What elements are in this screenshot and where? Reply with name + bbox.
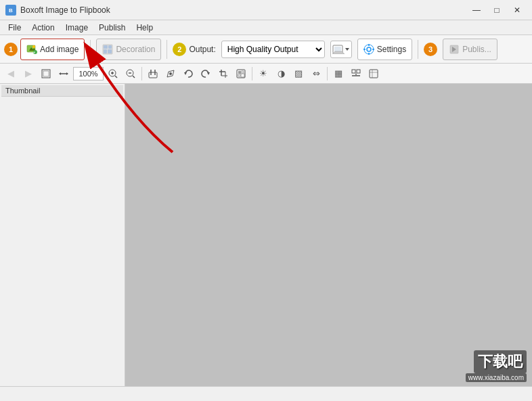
step3-group: 3 Publis... (424, 39, 497, 60)
svg-rect-56 (370, 70, 378, 78)
svg-marker-41 (184, 72, 187, 75)
scan-icon (236, 69, 246, 78)
publish-button[interactable]: Publis... (443, 39, 497, 60)
svg-rect-10 (104, 49, 107, 53)
maximize-button[interactable]: □ (487, 3, 506, 18)
settings-icon (363, 44, 374, 55)
prev-button[interactable]: ◀ (3, 66, 19, 82)
svg-marker-28 (66, 72, 68, 75)
canvas-area (125, 84, 532, 386)
edit2-button[interactable] (162, 66, 179, 82)
menu-help[interactable]: Help (131, 20, 158, 34)
step2-badge: 2 (173, 43, 186, 56)
close-button[interactable]: ✕ (508, 3, 527, 18)
step2-group: 2 Output: High Quality Output Medium Qua… (173, 41, 351, 58)
title-bar: B Boxoft Image to Flipbook — □ ✕ (0, 0, 532, 20)
svg-rect-25 (43, 71, 49, 76)
secondary-toolbar: ◀ ▶ 100% (0, 64, 532, 84)
rotate-left-icon (183, 69, 193, 78)
menu-publish[interactable]: Publish (93, 20, 131, 34)
menu-file[interactable]: File (3, 20, 26, 34)
minimize-button[interactable]: — (467, 3, 486, 18)
svg-point-40 (169, 72, 172, 75)
separator3 (418, 40, 418, 59)
flip-button[interactable]: ⇔ (308, 66, 324, 82)
svg-rect-36 (149, 72, 157, 78)
chart-button[interactable]: ▦ (330, 66, 347, 82)
separator2 (167, 40, 167, 59)
step3-badge: 3 (424, 43, 437, 56)
svg-rect-49 (242, 71, 244, 73)
svg-marker-15 (345, 48, 349, 51)
rotate-left-button[interactable] (180, 66, 196, 82)
crop-button[interactable] (215, 66, 231, 82)
extra-icon (369, 69, 378, 78)
next-button[interactable]: ▶ (20, 66, 37, 82)
svg-marker-27 (59, 72, 61, 75)
decoration-button[interactable]: Decoration (96, 39, 161, 60)
menu-image[interactable]: Image (60, 20, 93, 34)
settings-button[interactable]: Settings (357, 39, 412, 60)
menu-bar: File Action Image Publish Help (0, 20, 532, 35)
settings-label: Settings (377, 45, 406, 54)
fit-page-icon (41, 69, 51, 78)
svg-text:+: + (33, 50, 35, 54)
publish-label: Publis... (462, 45, 491, 54)
status-bar (0, 386, 532, 401)
svg-rect-19 (368, 53, 370, 55)
output-quality-select[interactable]: High Quality Output Medium Quality Outpu… (221, 41, 325, 58)
add-image-button[interactable]: + Add image (20, 39, 85, 60)
thumbnail-header: Thumbnail (1, 85, 123, 97)
menu-action[interactable]: Action (26, 20, 60, 34)
zoom-in-button[interactable] (105, 66, 121, 82)
fit-page-button[interactable] (38, 66, 54, 82)
extra-button[interactable] (365, 66, 382, 82)
fit-width-button[interactable] (56, 66, 72, 82)
svg-rect-11 (108, 49, 112, 53)
separator1 (90, 40, 91, 59)
add-image-icon: + (26, 44, 37, 55)
brightness-button[interactable]: ☀ (255, 66, 271, 82)
title-bar-left: B Boxoft Image to Flipbook (5, 5, 110, 16)
filter-button[interactable]: ▨ (290, 66, 307, 82)
fit-width-icon (59, 69, 68, 78)
svg-rect-51 (241, 74, 244, 77)
zoom-out-button[interactable] (123, 66, 139, 82)
window-controls: — □ ✕ (467, 3, 527, 18)
publish-icon (449, 44, 460, 55)
more-options-button[interactable] (348, 66, 364, 82)
add-image-label: Add image (40, 45, 79, 54)
svg-rect-18 (368, 44, 370, 46)
svg-text:B: B (9, 7, 13, 14)
svg-rect-52 (352, 70, 355, 73)
tb2-sep2 (252, 67, 252, 80)
contrast-button[interactable]: ◑ (273, 66, 289, 82)
tb2-sep1 (141, 67, 142, 80)
more-options-icon (351, 69, 361, 78)
output-format-button[interactable] (330, 41, 352, 58)
svg-point-17 (364, 45, 374, 54)
svg-rect-48 (238, 71, 241, 74)
watermark: 下载吧 www.xiazaiba.com (466, 350, 527, 382)
app-icon: B (5, 5, 16, 16)
step1-badge: 1 (4, 43, 18, 56)
svg-rect-50 (238, 74, 240, 76)
decoration-label: Decoration (116, 45, 155, 54)
tb2-sep3 (327, 67, 328, 80)
zoom-value: 100% (73, 67, 104, 80)
scan-button[interactable] (233, 66, 249, 82)
edit1-icon (148, 69, 158, 78)
watermark-text: 下载吧 (474, 350, 527, 373)
thumbnail-panel: Thumbnail (0, 84, 125, 386)
rotate-right-icon (201, 69, 210, 78)
svg-rect-21 (372, 49, 374, 50)
edit1-button[interactable] (145, 66, 161, 82)
zoom-in-icon (108, 69, 118, 78)
svg-point-4 (32, 45, 35, 48)
rotate-right-button[interactable] (198, 66, 214, 82)
svg-rect-8 (104, 45, 108, 49)
svg-line-35 (133, 76, 135, 78)
decoration-icon (102, 44, 113, 55)
svg-rect-53 (357, 70, 360, 73)
dropdown-arrow-icon (345, 47, 350, 52)
